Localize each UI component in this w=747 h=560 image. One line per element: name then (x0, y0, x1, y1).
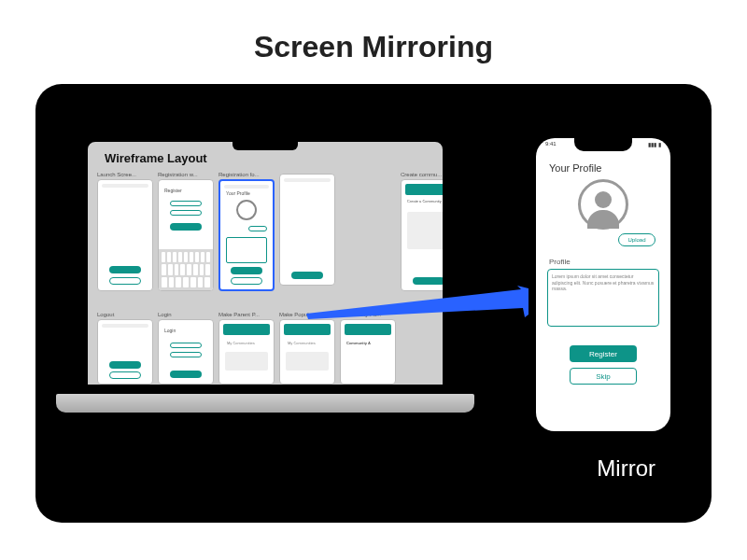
wireframe-item-label: Login (158, 312, 214, 317)
wireframe-header: Wireframe Layout (105, 151, 207, 165)
profile-textarea[interactable]: Lorem ipsum dolor sit amet consectetur a… (547, 269, 659, 327)
wireframe-item-label: Make Parent P... (218, 312, 275, 317)
mirror-label: Mirror (597, 455, 655, 482)
wireframe-item[interactable]: Login Login (158, 312, 214, 385)
page-title: Screen Mirroring (0, 30, 747, 64)
wireframe-item[interactable]: Launch Scree... (97, 172, 153, 291)
wireframe-item[interactable]: Registration w... Register (158, 172, 214, 291)
register-button[interactable]: Register (570, 345, 637, 362)
wireframe-item-label: Create commu... (401, 172, 452, 177)
signal-icon: ▮▮▮ ▮ (648, 141, 661, 147)
phone-page-title: Your Profile (549, 162, 601, 174)
laptop-base (56, 394, 474, 413)
wireframe-item-selected[interactable]: Registration fo... Your Profile (218, 172, 275, 291)
diagram-panel: Wireframe Layout Launch Scree... Registr… (35, 84, 712, 523)
wireframe-item-label: Logout (97, 312, 153, 317)
wireframe-item[interactable]: Make Popular My Communities (279, 312, 335, 385)
wireframe-item[interactable]: Community Pa... Community A (340, 312, 396, 385)
laptop-device: Wireframe Layout Launch Scree... Registr… (56, 133, 474, 441)
phone-time: 9:41 (545, 141, 557, 147)
wireframe-item-label: Community Pa... (340, 312, 396, 317)
wireframe-item[interactable]: Make Parent P... My Communities (218, 312, 275, 385)
wireframe-item-label: Launch Scree... (97, 172, 153, 177)
phone-screen: 9:41 ▮▮▮ ▮ Your Profile Upload Profile L… (536, 138, 670, 431)
wireframe-item[interactable]: Logout (97, 312, 153, 385)
laptop-screen: Wireframe Layout Launch Scree... Registr… (78, 133, 452, 394)
wireframe-item-label: Make Popular (279, 312, 335, 317)
phone-status-bar: 9:41 ▮▮▮ ▮ (536, 141, 670, 147)
upload-button[interactable]: Upload (618, 233, 655, 246)
avatar-icon (578, 179, 628, 230)
skip-button[interactable]: Skip (570, 368, 637, 385)
phone-device: 9:41 ▮▮▮ ▮ Your Profile Upload Profile L… (529, 131, 678, 439)
laptop-notch (233, 142, 298, 150)
profile-label: Profile (549, 258, 571, 266)
wireframe-item-label: Registration fo... (218, 172, 275, 177)
wireframe-item[interactable] (279, 172, 335, 291)
wireframe-item[interactable]: Create commu... Create a Community (401, 172, 452, 291)
wireframe-item-label: Registration w... (158, 172, 214, 177)
